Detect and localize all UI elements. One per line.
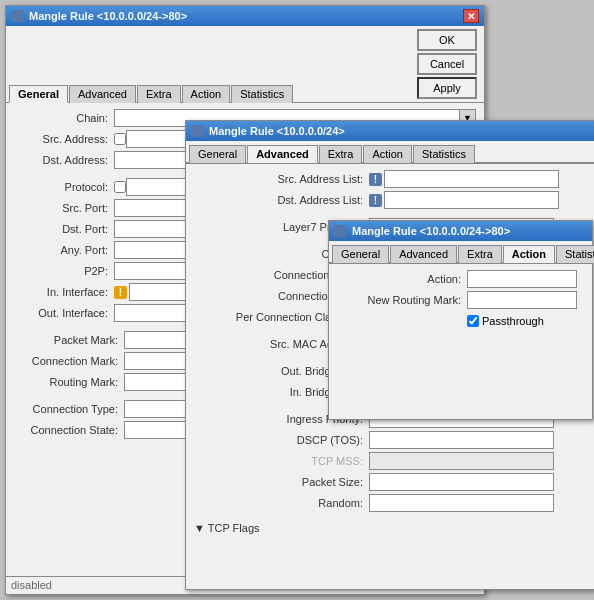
action-form: Action: mark routing New Routing Mark: t…: [329, 264, 592, 339]
tcp-flags-expander[interactable]: ▼ TCP Flags: [194, 522, 260, 534]
action-window: Mangle Rule <10.0.0.0/24->80> General Ad…: [328, 220, 593, 420]
dst-port-label: Dst. Port:: [14, 223, 114, 235]
tab-general-win3[interactable]: General: [332, 245, 389, 263]
action-title-bar: Mangle Rule <10.0.0.0/24->80>: [329, 221, 592, 241]
packet-size-input[interactable]: [369, 473, 554, 491]
tab-extra-win3[interactable]: Extra: [458, 245, 502, 263]
tab-extra-win1[interactable]: Extra: [137, 85, 181, 103]
action-input[interactable]: mark routing: [467, 270, 577, 288]
src-port-label: Src. Port:: [14, 202, 114, 214]
out-interface-label: Out. Interface:: [14, 307, 114, 319]
apply-button[interactable]: Apply: [417, 77, 477, 99]
tab-statistics-win1[interactable]: Statistics: [231, 85, 293, 103]
tab-advanced-win1[interactable]: Advanced: [69, 85, 136, 103]
passthrough-checkbox[interactable]: [467, 315, 479, 327]
action-tab-bar: General Advanced Extra Action Statistics: [329, 241, 592, 264]
protocol-checkbox[interactable]: [114, 181, 126, 193]
main-window-title: Mangle Rule <10.0.0.0/24->80>: [29, 10, 187, 22]
chain-label: Chain:: [14, 112, 114, 124]
window-icon: [11, 10, 23, 22]
src-address-checkbox[interactable]: [114, 133, 126, 145]
dst-addr-list-icon: !: [369, 194, 382, 207]
tab-advanced-win3[interactable]: Advanced: [390, 245, 457, 263]
action-window-title: Mangle Rule <10.0.0.0/24->80>: [352, 225, 510, 237]
src-address-label: Src. Address:: [14, 133, 114, 145]
tcp-mss-label: TCP MSS:: [194, 455, 369, 467]
random-label: Random:: [194, 497, 369, 509]
p2p-label: P2P:: [14, 265, 114, 277]
tab-extra-win2[interactable]: Extra: [319, 145, 363, 163]
advanced-window-title: Mangle Rule <10.0.0.0/24>: [209, 125, 345, 137]
any-port-label: Any. Port:: [14, 244, 114, 256]
in-interface-label: In. Interface:: [14, 286, 114, 298]
new-routing-mark-label: New Routing Mark:: [337, 294, 467, 306]
routing-mark-label: Routing Mark:: [14, 376, 124, 388]
dst-address-label: Dst. Address:: [14, 154, 114, 166]
tab-general-win2[interactable]: General: [189, 145, 246, 163]
tab-statistics-win3[interactable]: Statistics: [556, 245, 594, 263]
tab-general-win1[interactable]: General: [9, 85, 68, 103]
src-addr-list-icon: !: [369, 173, 382, 186]
main-close-button[interactable]: ✕: [463, 9, 479, 23]
dst-addr-list-label: Dst. Address List:: [194, 194, 369, 206]
status-text: disabled: [11, 579, 52, 591]
advanced-tab-bar: General Advanced Extra Action Statistics: [186, 141, 594, 164]
dscp-label: DSCP (TOS):: [194, 434, 369, 446]
tab-advanced-win2[interactable]: Advanced: [247, 145, 318, 163]
in-interface-warn-icon: !: [114, 286, 127, 299]
tcp-flags-row[interactable]: ▼ TCP Flags: [194, 519, 586, 537]
dst-addr-list-input[interactable]: sem_cache_dst: [384, 191, 559, 209]
main-title-bar: Mangle Rule <10.0.0.0/24->80> ✕: [6, 6, 484, 26]
action-label: Action:: [337, 273, 467, 285]
src-addr-list-input[interactable]: sem_cache_src: [384, 170, 559, 188]
new-routing-mark-input[interactable]: to_nimoc: [467, 291, 577, 309]
packet-size-label: Packet Size:: [194, 476, 369, 488]
dscp-input[interactable]: [369, 431, 554, 449]
passthrough-label: Passthrough: [482, 315, 544, 327]
connection-mark-label: Connection Mark:: [14, 355, 124, 367]
packet-mark-label: Packet Mark:: [14, 334, 124, 346]
tab-action-win2[interactable]: Action: [363, 145, 412, 163]
tcp-mss-input[interactable]: [369, 452, 554, 470]
window3-icon: [334, 225, 346, 237]
tab-action-win3[interactable]: Action: [503, 245, 555, 263]
window2-icon: [191, 125, 203, 137]
passthrough-row: Passthrough: [467, 315, 544, 327]
src-addr-list-label: Src. Address List:: [194, 173, 369, 185]
connection-state-label: Connection State:: [14, 424, 124, 436]
cancel-button[interactable]: Cancel: [417, 53, 477, 75]
connection-type-label: Connection Type:: [14, 403, 124, 415]
protocol-label: Protocol:: [14, 181, 114, 193]
tab-statistics-win2[interactable]: Statistics: [413, 145, 475, 163]
ok-button[interactable]: OK: [417, 29, 477, 51]
tab-action-win1[interactable]: Action: [182, 85, 231, 103]
random-input[interactable]: [369, 494, 554, 512]
advanced-title-bar: Mangle Rule <10.0.0.0/24>: [186, 121, 594, 141]
